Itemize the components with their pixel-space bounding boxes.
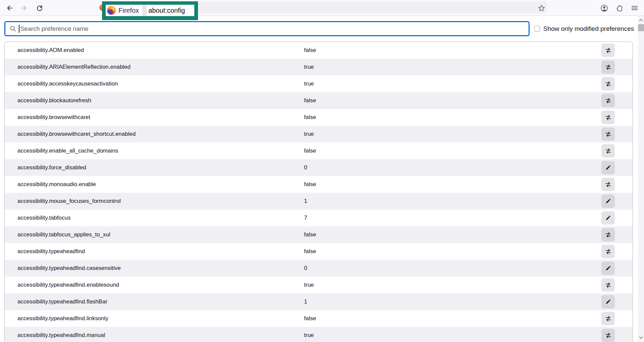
pref-name: accessibility.typeaheadfind.manual — [17, 332, 304, 339]
pref-name: accessibility.monoaudio.enable — [17, 181, 304, 188]
account-button[interactable] — [600, 4, 608, 12]
toggle-button[interactable] — [601, 77, 615, 91]
pref-name: accessibility.mouse_focuses_formcontrol — [17, 198, 304, 205]
pref-name: accessibility.browsewithcaret — [17, 114, 304, 121]
scroll-up-button[interactable] — [638, 17, 644, 23]
toggle-button[interactable] — [601, 111, 615, 124]
pref-row: accessibility.blockautorefresh false — [5, 92, 633, 109]
toggle-button[interactable] — [601, 312, 615, 325]
url-text-chip: about:config — [147, 5, 194, 16]
pref-name: accessibility.enable_all_cache_domains — [17, 148, 304, 154]
toggle-button[interactable] — [601, 60, 615, 74]
pencil-icon — [605, 165, 611, 171]
toggle-arrows-icon — [605, 131, 611, 137]
toggle-arrows-icon — [605, 248, 611, 255]
pref-value: false — [304, 47, 601, 54]
extensions-button[interactable] — [615, 4, 624, 12]
pref-value: 1 — [304, 198, 601, 205]
prefs-table: accessibility.AOM.enabled false accessib… — [4, 42, 633, 342]
pref-value: true — [304, 80, 601, 87]
toggle-arrows-icon — [605, 47, 611, 54]
pref-action-cell — [601, 44, 633, 57]
toggle-arrows-icon — [605, 181, 611, 188]
edit-button[interactable] — [601, 194, 615, 208]
edit-button[interactable] — [601, 211, 615, 225]
toggle-button[interactable] — [601, 278, 615, 292]
pref-value: true — [304, 131, 601, 137]
toggle-button[interactable] — [601, 245, 615, 258]
chevron-down-icon — [639, 336, 643, 339]
pref-action-cell — [601, 278, 633, 292]
toggle-arrows-icon — [605, 114, 611, 121]
pref-name: accessibility.accesskeycausesactivation — [17, 80, 304, 87]
pref-name: accessibility.typeaheadfind.linksonly — [17, 315, 304, 322]
pref-value: 1 — [304, 298, 601, 305]
reload-icon — [36, 4, 43, 12]
pref-value: false — [304, 315, 601, 322]
toggle-arrows-icon — [605, 148, 611, 154]
pref-value: true — [304, 282, 601, 288]
pref-value: false — [304, 97, 601, 104]
pref-action-cell — [601, 60, 633, 74]
menu-button[interactable] — [631, 4, 639, 12]
pref-action-cell — [601, 94, 633, 107]
pencil-icon — [605, 265, 611, 271]
url-chip[interactable]: Firefox about:config — [106, 5, 194, 16]
pref-row: accessibility.monoaudio.enable false — [5, 176, 633, 193]
pref-row: accessibility.tabfocus_applies_to_xul fa… — [5, 226, 633, 243]
toggle-button[interactable] — [601, 178, 615, 191]
pref-name: accessibility.typeaheadfind.casesensitiv… — [17, 265, 304, 272]
pref-name: accessibility.typeaheadfind.flashBar — [17, 298, 304, 305]
edit-button[interactable] — [601, 161, 615, 174]
back-button[interactable] — [5, 4, 13, 12]
filter-control: Show only modified preferences — [534, 21, 634, 36]
puzzle-icon — [616, 4, 624, 12]
pref-row: accessibility.browsewithcaret false — [5, 109, 633, 126]
edit-button[interactable] — [601, 262, 615, 275]
pref-row: accessibility.enable_all_cache_domains f… — [5, 142, 633, 159]
search-input[interactable]: Search preference name — [4, 21, 530, 36]
pref-action-cell — [601, 312, 633, 325]
firefox-logo-icon — [107, 6, 116, 15]
pref-action-cell — [601, 329, 633, 342]
toggle-button[interactable] — [601, 144, 615, 158]
pref-action-cell — [601, 228, 633, 241]
vertical-scrollbar[interactable] — [638, 16, 644, 342]
pref-name: accessibility.tabfocus_applies_to_xul — [17, 231, 304, 238]
toggle-arrows-icon — [605, 81, 611, 87]
toggle-button[interactable] — [601, 329, 615, 342]
forward-button[interactable] — [20, 4, 28, 12]
toggle-button[interactable] — [601, 228, 615, 241]
hamburger-icon — [631, 4, 638, 12]
pref-value: false — [304, 231, 601, 238]
pref-value: 0 — [304, 164, 601, 171]
pencil-icon — [605, 215, 611, 221]
star-icon — [538, 5, 545, 12]
pref-row: accessibility.force_disabled 0 — [5, 159, 633, 176]
scroll-down-button[interactable] — [638, 335, 644, 341]
pref-name: accessibility.force_disabled — [17, 164, 304, 171]
pref-action-cell — [601, 262, 633, 275]
pref-value: true — [304, 64, 601, 70]
browser-window: Firefox about:config Search preference n… — [0, 0, 644, 342]
pref-name: accessibility.typeaheadfind.enablesound — [17, 282, 304, 288]
browser-toolbar — [0, 0, 644, 16]
edit-button[interactable] — [601, 295, 615, 308]
toggle-arrows-icon — [605, 98, 611, 104]
scrollbar-thumb[interactable] — [638, 24, 644, 31]
toggle-arrows-icon — [605, 232, 611, 238]
show-modified-checkbox[interactable] — [534, 26, 540, 32]
pref-value: false — [304, 248, 601, 255]
pref-row: accessibility.mouse_focuses_formcontrol … — [5, 193, 633, 210]
bookmark-star-button[interactable] — [537, 4, 545, 12]
reload-button[interactable] — [36, 4, 44, 12]
toggle-button[interactable] — [601, 44, 615, 57]
toggle-button[interactable] — [601, 127, 615, 141]
pref-name: accessibility.blockautorefresh — [17, 97, 304, 104]
pencil-icon — [605, 198, 611, 204]
toggle-button[interactable] — [601, 94, 615, 107]
back-arrow-icon — [6, 4, 13, 12]
pref-row: accessibility.AOM.enabled false — [5, 42, 633, 59]
pref-action-cell — [601, 194, 633, 208]
show-modified-label: Show only modified preferences — [543, 25, 634, 33]
